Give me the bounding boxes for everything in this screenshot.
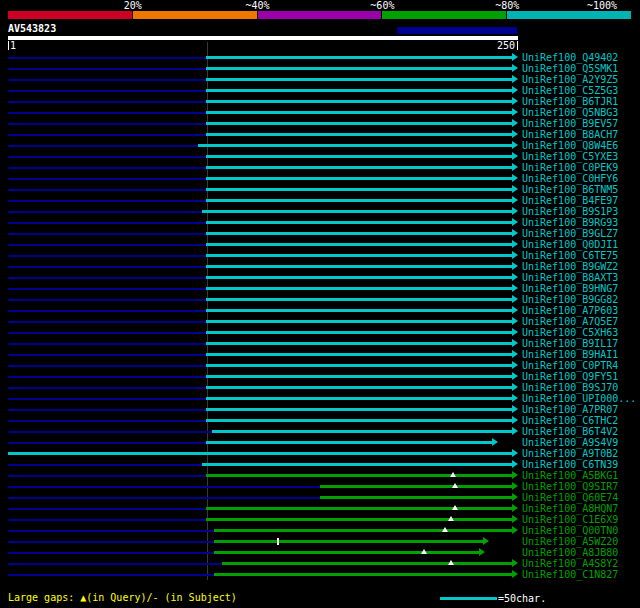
hit-label[interactable]: UniRef100_A7PR07 [522, 404, 618, 415]
hit-label[interactable]: UniRef100_C1E6X9 [522, 514, 618, 525]
hit-bar[interactable] [206, 342, 513, 345]
hit-bar[interactable] [214, 540, 484, 543]
hit-row[interactable]: UniRef100_B6TJR1 [0, 96, 640, 107]
hit-label[interactable]: UniRef100_C0HFY6 [522, 173, 618, 184]
hit-row[interactable]: UniRef100_B6TNM5 [0, 184, 640, 195]
hit-bar[interactable] [206, 78, 513, 81]
hit-label[interactable]: UniRef100_A7P603 [522, 305, 618, 316]
hit-label[interactable]: UniRef100_B8ACH7 [522, 129, 618, 140]
hit-row[interactable]: UniRef100_Q00TN0 [0, 525, 640, 536]
hit-label[interactable]: UniRef100_C5XH63 [522, 327, 618, 338]
hit-label[interactable]: UniRef100_B6T4V2 [522, 426, 618, 437]
hit-bar[interactable] [198, 144, 513, 147]
hit-label[interactable]: UniRef100_B8AXT3 [522, 272, 618, 283]
hit-bar[interactable] [206, 419, 513, 422]
hit-bar[interactable] [206, 155, 513, 158]
hit-bar[interactable] [206, 188, 513, 191]
hit-bar[interactable] [206, 353, 513, 356]
hit-label[interactable]: UniRef100_C0PEK9 [522, 162, 618, 173]
hit-label[interactable]: UniRef100_B6TNM5 [522, 184, 618, 195]
hit-row[interactable]: UniRef100_Q49402 [0, 52, 640, 63]
hit-label[interactable]: UniRef100_Q00TN0 [522, 525, 618, 536]
hit-label[interactable]: UniRef100_A5BKG1 [522, 470, 618, 481]
hit-label[interactable]: UniRef100_C6TE75 [522, 250, 618, 261]
hit-row[interactable]: UniRef100_A9S4V9 [0, 437, 640, 448]
hit-label[interactable]: UniRef100_C5YXE3 [522, 151, 618, 162]
hit-row[interactable]: UniRef100_UPI000... [0, 393, 640, 404]
hit-row[interactable]: UniRef100_C5Z5G3 [0, 85, 640, 96]
hit-row[interactable]: UniRef100_C6TN39 [0, 459, 640, 470]
hit-bar[interactable] [206, 507, 513, 510]
hit-bar[interactable] [206, 397, 513, 400]
hit-label[interactable]: UniRef100_A9S4V9 [522, 437, 618, 448]
hit-row[interactable]: UniRef100_Q60E74 [0, 492, 640, 503]
hit-label[interactable]: UniRef100_Q8W4E6 [522, 140, 618, 151]
hit-row[interactable]: UniRef100_B9GLZ7 [0, 228, 640, 239]
hit-row[interactable]: UniRef100_C1E6X9 [0, 514, 640, 525]
hit-bar[interactable] [202, 210, 513, 213]
hit-label[interactable]: UniRef100_Q5NBG3 [522, 107, 618, 118]
hit-bar[interactable] [320, 496, 513, 499]
hit-row[interactable]: UniRef100_C1N827 [0, 569, 640, 580]
hit-label[interactable]: UniRef100_A2Y9Z5 [522, 74, 618, 85]
hit-label[interactable]: UniRef100_C1N827 [522, 569, 618, 580]
hit-label[interactable]: UniRef100_C5Z5G3 [522, 85, 618, 96]
hit-bar[interactable] [206, 100, 513, 103]
hit-bar[interactable] [206, 56, 513, 59]
hit-row[interactable]: UniRef100_C6TE75 [0, 250, 640, 261]
hit-label[interactable]: UniRef100_A8JB80 [522, 547, 618, 558]
hit-row[interactable]: UniRef100_Q8W4E6 [0, 140, 640, 151]
hit-bar[interactable] [206, 276, 513, 279]
hit-label[interactable]: UniRef100_B6TJR1 [522, 96, 618, 107]
hit-row[interactable]: UniRef100_B9EV57 [0, 118, 640, 129]
hit-bar[interactable] [206, 122, 513, 125]
hit-label[interactable]: UniRef100_B9HAI1 [522, 349, 618, 360]
hit-label[interactable]: UniRef100_C0PTR4 [522, 360, 618, 371]
hit-bar[interactable] [206, 331, 513, 334]
hit-label[interactable]: UniRef100_B9GWZ2 [522, 261, 618, 272]
hit-label[interactable]: UniRef100_Q0DJI1 [522, 239, 618, 250]
hit-row[interactable]: UniRef100_C0PEK9 [0, 162, 640, 173]
hit-row[interactable]: UniRef100_A8HQN7 [0, 503, 640, 514]
hit-bar[interactable] [212, 430, 513, 433]
hit-bar[interactable] [206, 298, 513, 301]
hit-row[interactable]: UniRef100_B9RG93 [0, 217, 640, 228]
hit-row[interactable]: UniRef100_B9SJ70 [0, 382, 640, 393]
hit-row[interactable]: UniRef100_Q5NBG3 [0, 107, 640, 118]
hit-label[interactable]: UniRef100_A7Q5E7 [522, 316, 618, 327]
hit-bar[interactable] [206, 287, 513, 290]
hit-label[interactable]: UniRef100_A4S8Y2 [522, 558, 618, 569]
hit-bar[interactable] [214, 573, 513, 576]
hit-label[interactable]: UniRef100_Q5SMK1 [522, 63, 618, 74]
hit-label[interactable]: UniRef100_B9HNG7 [522, 283, 618, 294]
hit-label[interactable]: UniRef100_C6TN39 [522, 459, 618, 470]
hit-bar[interactable] [214, 529, 513, 532]
hit-label[interactable]: UniRef100_UPI000... [522, 393, 636, 404]
hit-bar[interactable] [206, 111, 513, 114]
hit-row[interactable]: UniRef100_A7P603 [0, 305, 640, 316]
hit-bar[interactable] [206, 474, 513, 477]
hit-bar[interactable] [206, 375, 513, 378]
hit-row[interactable]: UniRef100_B8AXT3 [0, 272, 640, 283]
hit-row[interactable]: UniRef100_B9HAI1 [0, 349, 640, 360]
hit-bar[interactable] [222, 562, 513, 565]
hit-row[interactable]: UniRef100_C5YXE3 [0, 151, 640, 162]
hit-row[interactable]: UniRef100_B6T4V2 [0, 426, 640, 437]
hit-bar[interactable] [206, 232, 513, 235]
hit-bar[interactable] [202, 463, 513, 466]
hit-row[interactable]: UniRef100_B9S1P3 [0, 206, 640, 217]
hit-label[interactable]: UniRef100_Q60E74 [522, 492, 618, 503]
hit-bar[interactable] [206, 67, 513, 70]
hit-bar[interactable] [206, 386, 513, 389]
hit-row[interactable]: UniRef100_C0HFY6 [0, 173, 640, 184]
hit-row[interactable]: UniRef100_B9GG82 [0, 294, 640, 305]
hit-bar[interactable] [206, 254, 513, 257]
hit-bar[interactable] [206, 265, 513, 268]
hit-row[interactable]: UniRef100_C0PTR4 [0, 360, 640, 371]
hit-row[interactable]: UniRef100_Q0DJI1 [0, 239, 640, 250]
hit-bar[interactable] [206, 166, 513, 169]
hit-row[interactable]: UniRef100_A4S8Y2 [0, 558, 640, 569]
hit-bar[interactable] [320, 485, 513, 488]
hit-bar[interactable] [206, 408, 513, 411]
hit-row[interactable]: UniRef100_A5WZ20 [0, 536, 640, 547]
